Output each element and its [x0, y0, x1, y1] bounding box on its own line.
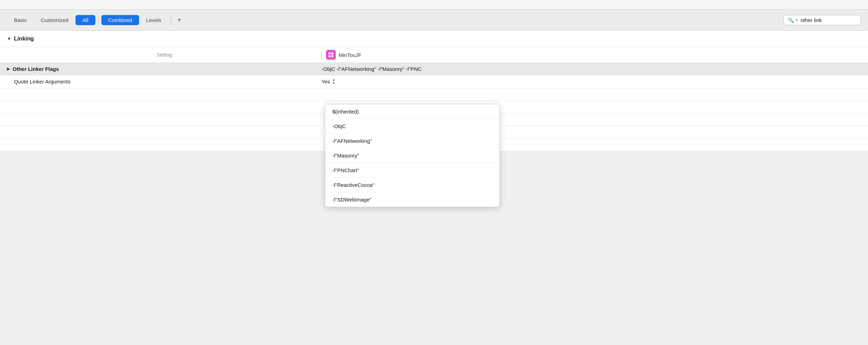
tab-combined[interactable]: Combined: [101, 15, 139, 25]
dropdown-item-pnchart[interactable]: -l"PNChart": [325, 163, 499, 178]
empty-row-1: [0, 88, 868, 101]
col-setting-header: Setting: [7, 52, 321, 58]
section-title: Linking: [14, 36, 34, 42]
row-label-text: Other Linker Flags: [13, 66, 59, 72]
tab-separator-2: [171, 16, 171, 24]
dropdown-item-objc[interactable]: -ObjC: [325, 119, 499, 134]
tab-customized[interactable]: Customized: [34, 15, 75, 25]
search-dropdown-icon[interactable]: ▾: [796, 18, 798, 22]
column-headers: Setting MinTouJF: [0, 47, 868, 63]
row-label-text: Quote Linker Arguments: [14, 79, 71, 85]
row-expand-icon[interactable]: ▶: [7, 67, 10, 71]
section-header-linking: ▼ Linking: [0, 31, 868, 47]
target-icon-svg: [328, 52, 334, 58]
dropdown-item-inherited[interactable]: $(inherited): [325, 104, 499, 119]
search-input[interactable]: [801, 17, 856, 23]
row-label-quote-linker-args: Quote Linker Arguments: [7, 79, 321, 85]
tab-basic[interactable]: Basic: [7, 15, 34, 25]
dropdown-item-afnetworking[interactable]: -l"AFNetworking": [325, 134, 499, 148]
dropdown-item-reactivecocoa[interactable]: -l"ReactiveCocoa": [325, 178, 499, 192]
svg-rect-2: [328, 55, 331, 57]
tab-all[interactable]: All: [75, 15, 95, 25]
tab-separator-1: [98, 16, 99, 24]
dropdown-item-masonry[interactable]: -l"Masonry": [325, 148, 499, 163]
svg-rect-0: [328, 52, 331, 54]
dropdown-item-sdwebimage[interactable]: -l"SDWebImage": [325, 192, 499, 207]
top-pre-bar: [0, 0, 868, 10]
add-tab-button[interactable]: +: [174, 15, 185, 25]
content-area: ▼ Linking Setting MinTouJF ▶ Other Linke…: [0, 31, 868, 151]
table-row-other-linker-flags: ▶ Other Linker Flags -ObjC -l"AFNetworki…: [0, 63, 868, 75]
dropdown-tail: [346, 104, 353, 104]
stepper-control[interactable]: ▲ ▼: [332, 78, 335, 85]
row-label-other-linker-flags: ▶ Other Linker Flags: [7, 66, 321, 72]
svg-rect-1: [331, 52, 333, 54]
col-separator: [321, 51, 322, 58]
dropdown-popup: $(inherited) -ObjC -l"AFNetworking" -l"M…: [325, 104, 500, 207]
row-value-other-linker-flags: -ObjC -l"AFNetworking" -l"Masonry" -l"PN…: [321, 66, 422, 72]
col-target-header: MinTouJF: [326, 50, 361, 60]
target-icon: [326, 50, 336, 60]
section-expand-icon[interactable]: ▼: [7, 36, 11, 41]
toolbar: Basic Customized All Combined Levels + 🔍…: [0, 10, 868, 31]
row-value-quote-linker-args: Yes ▲ ▼: [321, 78, 335, 85]
search-icon: 🔍: [788, 17, 794, 23]
target-name: MinTouJF: [339, 52, 361, 58]
svg-rect-3: [331, 55, 333, 57]
stepper-down[interactable]: ▼: [332, 82, 335, 85]
tab-levels[interactable]: Levels: [139, 15, 168, 25]
row-value-yes: Yes: [321, 79, 330, 85]
table-row-quote-linker-args: Quote Linker Arguments Yes ▲ ▼: [0, 75, 868, 88]
search-box: 🔍 ▾: [783, 15, 861, 25]
